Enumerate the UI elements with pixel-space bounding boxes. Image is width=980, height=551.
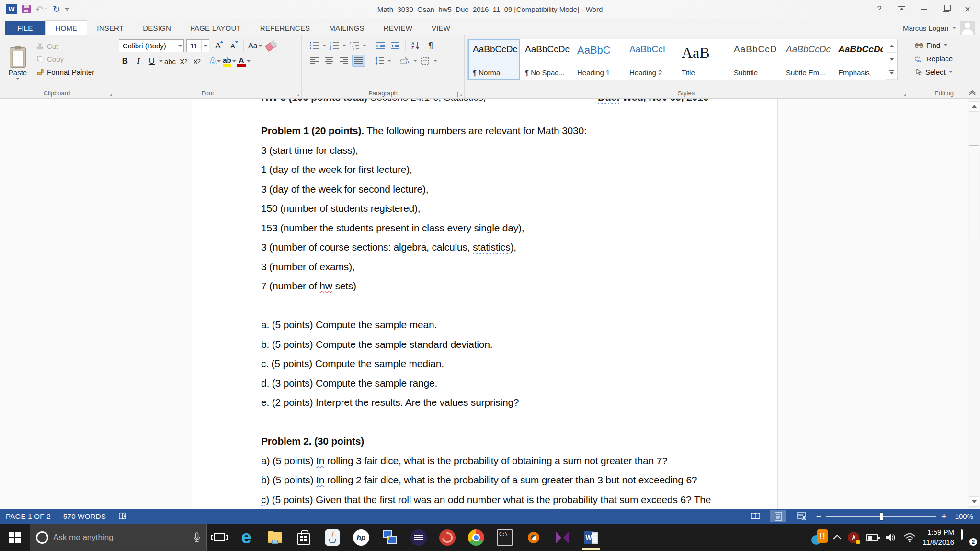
read-mode-button[interactable] [747,510,763,522]
clipboard-dialog-launcher[interactable] [107,92,112,97]
line-spacing-caret-icon[interactable] [387,60,391,62]
numbering-caret-icon[interactable] [342,45,346,46]
shrink-font-button[interactable]: A [227,40,239,52]
search-input[interactable] [53,533,188,542]
restore-button[interactable] [936,2,955,16]
font-dialog-launcher[interactable] [295,92,300,97]
collapse-ribbon-button[interactable] [969,90,976,95]
zoom-slider-thumb[interactable] [880,512,883,521]
font-name-combobox[interactable]: Calibri (Body) [119,39,184,52]
zoom-in-button[interactable]: + [941,512,946,521]
zoom-slider[interactable] [826,516,936,517]
taskbar-chrome-button[interactable] [462,524,490,551]
clear-formatting-button[interactable] [265,40,277,52]
bold-button[interactable]: B [119,55,131,68]
borders-button[interactable] [419,55,432,67]
paste-button[interactable]: Paste [3,37,33,88]
tray-overflow-button[interactable] [833,534,842,542]
cortana-search-box[interactable] [30,524,207,551]
wifi-icon[interactable] [903,533,916,542]
show-marks-button[interactable]: ¶ [424,39,437,51]
justify-button[interactable] [352,55,365,67]
action-center-button[interactable]: 2 [961,530,975,545]
underline-caret-icon[interactable] [159,60,163,62]
align-center-button[interactable] [322,55,336,67]
web-layout-button[interactable] [793,510,809,522]
italic-button[interactable]: I [132,55,145,68]
font-size-combobox[interactable]: 11 [186,39,209,52]
shading-button[interactable] [399,55,412,67]
volume-icon[interactable] [885,532,897,543]
replace-button[interactable]: abac Replace [911,53,977,64]
qat-customize-button[interactable] [65,8,69,11]
taskbar-blender-button[interactable] [519,524,548,551]
taskbar-hp-button[interactable]: hp [347,524,376,551]
select-button[interactable]: Select [911,66,977,78]
ribbon-display-options-button[interactable] [892,2,911,16]
style-item-no-spac[interactable]: AaBbCcDc¶ No Spac... [520,39,572,80]
scrollbar-thumb[interactable] [969,145,979,241]
tab-mailings[interactable]: MAILINGS [319,21,374,35]
taskbar-file-explorer-button[interactable] [261,524,289,551]
security-alert-icon[interactable]: ✗ [848,532,859,543]
account-area[interactable]: Marcus Logan [903,21,975,35]
find-button[interactable]: Find [911,39,977,51]
save-button[interactable] [22,5,31,13]
shading-caret-icon[interactable] [413,60,417,62]
align-left-button[interactable] [308,55,321,67]
style-item-emphasis[interactable]: AaBbCcDcEmphasis [833,39,886,80]
undo-button[interactable]: ↶ [35,5,48,14]
redo-button[interactable]: ↻ [53,5,60,14]
taskbar-remote-terminal-button[interactable] [376,524,404,551]
tab-review[interactable]: REVIEW [374,21,422,35]
numbering-button[interactable]: 123 [328,39,341,51]
clock[interactable]: 1:59 PM 11/8/2016 [923,528,954,547]
scroll-up-button[interactable] [969,101,979,112]
tab-references[interactable]: REFERENCES [251,21,320,35]
close-button[interactable]: ✕ [958,2,977,16]
multilevel-list-caret-icon[interactable] [363,45,366,46]
decrease-indent-button[interactable] [374,39,387,51]
text-effects-button[interactable]: A [209,55,222,68]
style-item-heading-2[interactable]: AaBbCcIHeading 2 [625,39,677,80]
line-spacing-button[interactable] [373,55,386,67]
document-page[interactable]: HW 5 (100 points total) Sections 24.1-6,… [192,99,778,509]
avatar[interactable] [960,21,975,35]
help-button[interactable]: ? [870,2,889,16]
tab-page-layout[interactable]: PAGE LAYOUT [181,21,251,35]
page-indicator[interactable]: PAGE 1 OF 2 [6,512,51,520]
taskbar-eclipse-button[interactable] [404,524,433,551]
zoom-out-button[interactable]: − [816,512,821,521]
minimize-button[interactable] [914,2,933,16]
subscript-button[interactable]: X2 [177,55,190,68]
taskbar-visual-studio-button[interactable] [548,524,577,551]
styles-more-button[interactable] [886,66,897,80]
taskbar-word-button[interactable] [577,524,605,551]
underline-button[interactable]: U [146,55,158,68]
paragraph-dialog-launcher[interactable] [457,92,463,97]
task-view-button[interactable] [207,524,232,551]
font-name-caret-icon[interactable] [176,40,183,52]
style-item-heading-1[interactable]: AaBbCHeading 1 [572,39,625,80]
grow-font-button[interactable]: A [212,40,224,52]
bullets-button[interactable] [308,39,321,51]
alert-notification-icon[interactable]: !! [811,529,829,546]
text-highlight-button[interactable]: ab [223,55,236,68]
cut-button[interactable]: Cut [34,40,96,52]
start-button[interactable] [0,524,30,551]
taskbar-command-prompt-button[interactable]: C:\_ [490,524,519,551]
style-item-subtitle[interactable]: AaBbCcDSubtitle [729,39,781,80]
styles-scroll-down-button[interactable] [886,53,897,66]
proofing-status-button[interactable] [118,512,128,520]
taskbar-java-button[interactable] [318,524,347,551]
tab-insert[interactable]: INSERT [87,21,133,35]
tab-view[interactable]: VIEW [422,21,460,35]
battery-icon[interactable] [866,534,878,541]
font-size-caret-icon[interactable] [201,40,209,52]
styles-scroll-up-button[interactable] [886,39,897,53]
print-layout-button[interactable] [770,510,786,522]
align-right-button[interactable] [337,55,351,67]
copy-button[interactable]: Copy [34,53,96,65]
bullets-caret-icon[interactable] [322,45,326,46]
taskbar-windows-store-button[interactable] [289,524,318,551]
